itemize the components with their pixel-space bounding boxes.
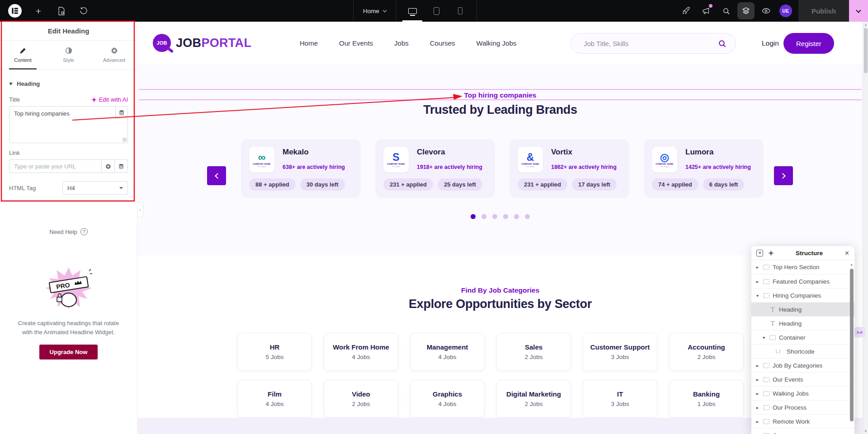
device-mobile-button[interactable]: [451, 0, 469, 22]
job-category-card[interactable]: Accounting 2 Jobs: [669, 333, 744, 371]
site-logo[interactable]: JOB JOBPORTAL: [153, 34, 251, 52]
link-dynamic-tags-icon[interactable]: [115, 159, 128, 173]
need-help-link[interactable]: Need Help ?: [0, 228, 137, 235]
company-card[interactable]: & COMPANY NAME Your Slogan Vortix 1862+ …: [509, 139, 629, 198]
structure-tree-item[interactable]: ▸ Our Events: [751, 372, 854, 386]
tab-content[interactable]: Content: [0, 41, 46, 69]
panel-collapse-handle[interactable]: ‹: [137, 202, 143, 217]
carousel-dot[interactable]: [514, 214, 519, 219]
job-category-card[interactable]: Graphics 4 Jobs: [410, 380, 485, 418]
whats-new-megaphone-icon[interactable]: [696, 0, 716, 22]
carousel-dot[interactable]: [471, 214, 476, 219]
tree-caret-icon[interactable]: ▸: [755, 419, 760, 424]
structure-tree-item[interactable]: ▾ Container: [751, 330, 854, 344]
structure-layers-icon[interactable]: [736, 0, 756, 22]
tree-caret-icon[interactable]: ▸: [755, 405, 760, 410]
link-url-input[interactable]: [9, 159, 102, 173]
hiring-section-heading[interactable]: Trusted by Leading Brands: [138, 103, 863, 117]
canvas-resize-handle[interactable]: >.<: [854, 327, 865, 337]
job-category-card[interactable]: Digital Marketing 2 Jobs: [496, 380, 571, 418]
tree-caret-icon[interactable]: ▸: [755, 377, 760, 382]
site-search-input[interactable]: [583, 39, 718, 48]
scroll-up-arrow-icon[interactable]: ▲: [863, 23, 868, 26]
carousel-dot[interactable]: [503, 214, 508, 219]
add-new-page-button[interactable]: +: [33, 5, 44, 17]
structure-tree-item[interactable]: T Heading: [751, 316, 854, 330]
tree-caret-icon[interactable]: ▾: [761, 335, 766, 340]
canvas-scrollbar-thumb[interactable]: [864, 28, 868, 73]
document-switcher[interactable]: Home: [354, 0, 396, 22]
job-category-card[interactable]: Customer Support 3 Jobs: [583, 333, 657, 371]
device-desktop-button[interactable]: [403, 0, 421, 22]
elementor-logo-icon[interactable]: [8, 4, 22, 18]
device-tablet-button[interactable]: [427, 0, 445, 22]
login-link[interactable]: Login: [762, 22, 779, 65]
history-icon[interactable]: [78, 5, 90, 17]
ai-sparkle-icon[interactable]: [768, 250, 774, 256]
carousel-dot[interactable]: [525, 214, 530, 219]
structure-scroll-up-icon[interactable]: ▲: [850, 263, 853, 266]
tree-caret-icon[interactable]: ▸: [755, 391, 760, 396]
tab-advanced[interactable]: Advanced: [91, 41, 137, 69]
carousel-prev-button[interactable]: [207, 166, 226, 185]
hiring-kicker-heading[interactable]: Top hiring companies: [138, 91, 863, 99]
search-icon[interactable]: [718, 39, 726, 48]
structure-tree-item[interactable]: ▾ Hiring Companies: [751, 288, 854, 302]
tab-style[interactable]: Style: [46, 41, 91, 69]
structure-tree-item[interactable]: ▸ Our Process: [751, 400, 854, 414]
dynamic-tags-icon[interactable]: [115, 107, 127, 119]
site-nav-link[interactable]: Home: [300, 39, 318, 47]
register-button[interactable]: Register: [783, 33, 834, 54]
site-nav-link[interactable]: Our Events: [339, 39, 373, 47]
heading-section-toggle[interactable]: Heading: [0, 70, 137, 93]
link-options-gear-icon[interactable]: [102, 159, 115, 173]
carousel-dot[interactable]: [481, 214, 486, 219]
job-category-card[interactable]: Film 4 Jobs: [237, 380, 312, 418]
launchpad-rocket-icon[interactable]: [676, 0, 696, 22]
canvas-scrollbar[interactable]: ▲ ▼: [863, 22, 868, 434]
structure-tree-item[interactable]: ▸ Walking Jobs: [751, 386, 854, 400]
site-nav-link[interactable]: Walking Jobs: [476, 39, 517, 47]
user-avatar[interactable]: UE: [779, 5, 792, 17]
structure-tree-item[interactable]: ▸ Featured Companies: [751, 274, 854, 288]
preview-eye-icon[interactable]: [756, 0, 776, 22]
job-category-card[interactable]: Video 2 Jobs: [324, 380, 398, 418]
job-category-card[interactable]: Sales 2 Jobs: [496, 333, 571, 371]
structure-tree-item[interactable]: T Heading: [751, 302, 854, 316]
scroll-down-arrow-icon[interactable]: ▼: [863, 429, 868, 433]
edit-with-ai-button[interactable]: Edit with AI: [91, 96, 128, 103]
job-category-card[interactable]: IT 3 Jobs: [583, 380, 657, 418]
structure-tree-item[interactable]: ▸ Job By Categories: [751, 358, 854, 372]
company-card[interactable]: S COMPANY NAME Your Slogan Clevora 1918+…: [375, 139, 495, 198]
collapse-all-icon[interactable]: [756, 250, 763, 257]
site-nav-link[interactable]: Courses: [430, 39, 455, 47]
structure-scrollbar-thumb[interactable]: [850, 269, 854, 421]
structure-tree-item[interactable]: [...] Shortcode: [751, 344, 854, 358]
tree-caret-icon[interactable]: ▾: [755, 293, 760, 298]
page-settings-icon[interactable]: [55, 5, 67, 17]
finder-search-icon[interactable]: [716, 0, 736, 22]
upgrade-now-button[interactable]: Upgrade Now: [39, 345, 98, 359]
tree-caret-icon[interactable]: ▸: [755, 279, 760, 284]
tree-item-label: Featured Companies: [773, 278, 830, 285]
structure-tree-item[interactable]: ▸ Top Hero Section: [751, 260, 854, 274]
html-tag-select[interactable]: H4: [62, 181, 128, 195]
company-card[interactable]: ∞ COMPANY NAME Your Slogan Mekalo 638+ a…: [241, 139, 361, 198]
close-icon[interactable]: ✕: [844, 250, 849, 257]
job-category-card[interactable]: Work From Home 4 Jobs: [324, 333, 398, 371]
publish-button[interactable]: Publish: [798, 0, 849, 22]
site-nav-link[interactable]: Jobs: [394, 39, 409, 47]
carousel-next-button[interactable]: [774, 166, 793, 185]
structure-tree-item[interactable]: ▸ Remote Work: [751, 414, 854, 428]
company-card[interactable]: ◎ COMPANY NAME Your Slogan Lumora 1425+ …: [644, 139, 764, 198]
textarea-resize-handle[interactable]: [123, 138, 127, 142]
job-category-card[interactable]: Management 4 Jobs: [410, 333, 485, 371]
tree-caret-icon[interactable]: ▸: [755, 363, 760, 368]
title-input[interactable]: Top hiring companies: [9, 107, 127, 143]
carousel-dot[interactable]: [492, 214, 497, 219]
publish-options-button[interactable]: [849, 0, 868, 22]
structure-tree-item[interactable]: ▸ Courses: [751, 428, 854, 434]
job-category-card[interactable]: HR 5 Jobs: [237, 333, 312, 371]
job-category-card[interactable]: Banking 1 Jobs: [669, 380, 744, 418]
tree-caret-icon[interactable]: ▸: [755, 265, 760, 270]
